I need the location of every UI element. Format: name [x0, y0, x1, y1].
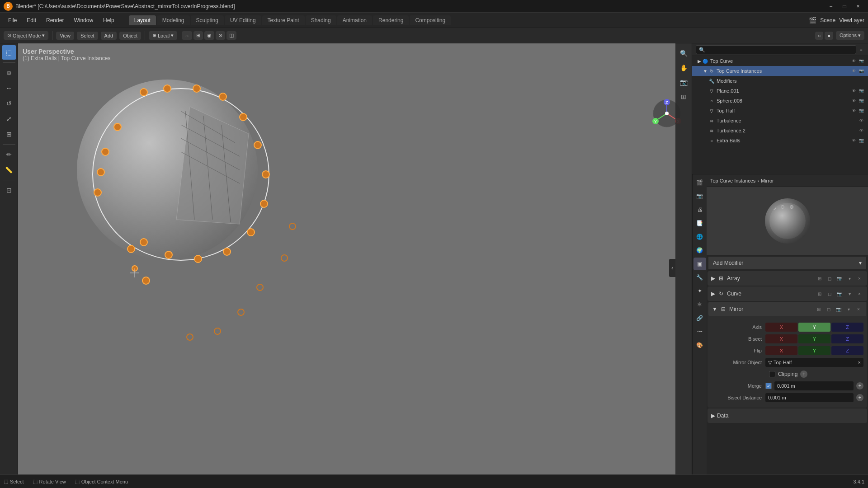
proportional-edit[interactable]: ◉	[204, 31, 214, 40]
workspace-tab-layout[interactable]: Layout	[129, 15, 156, 25]
workspace-tab-uv-editing[interactable]: UV Editing	[225, 15, 261, 25]
eye-icon[interactable]: 👁	[850, 137, 857, 144]
cursor-tool[interactable]: ⊕	[2, 66, 16, 80]
constraints-tab[interactable]: 🔗	[693, 312, 706, 324]
transform-selector[interactable]: ⊕ Local ▾	[149, 31, 177, 40]
minimize-button[interactable]: −	[825, 1, 837, 11]
camera-btn[interactable]: 📷	[677, 76, 690, 89]
add-menu[interactable]: Add	[101, 32, 117, 40]
eye-icon[interactable]: 👁	[850, 58, 857, 64]
xray-btn[interactable]: ◫	[226, 31, 236, 40]
workspace-tab-shading[interactable]: Shading	[306, 15, 336, 25]
outliner-item-modifiers[interactable]: 🔧 Modifiers	[692, 76, 868, 86]
menu-render[interactable]: Render	[42, 15, 68, 25]
physics-tab[interactable]: ⚛	[693, 298, 706, 311]
outliner-item-top-curve[interactable]: ▶ 🔵 Top Curve 👁 📷	[692, 56, 868, 66]
menu-file[interactable]: File	[4, 15, 21, 25]
select-menu[interactable]: Select	[77, 32, 98, 40]
zoom-in-btn[interactable]: 🔍	[677, 47, 690, 60]
clipping-plus[interactable]: +	[800, 371, 807, 378]
view-layer-tab[interactable]: 📑	[693, 217, 706, 230]
eye-icon[interactable]: 👁	[858, 127, 864, 134]
outliner-search-input[interactable]	[696, 45, 856, 54]
array-mod-render[interactable]: 📷	[835, 274, 844, 282]
mirror-mod-render[interactable]: 📷	[835, 305, 843, 313]
merge-checkbox[interactable]	[765, 383, 772, 389]
workspace-tab-rendering[interactable]: Rendering	[373, 15, 409, 25]
merge-value[interactable]: 0.001 m	[774, 381, 854, 390]
array-modifier-header[interactable]: ▶ ⊞ Array ⊞ ◻ 📷 ▾ ×	[708, 271, 867, 286]
material-tab[interactable]: 🎨	[693, 339, 706, 352]
merge-plus[interactable]: +	[856, 382, 863, 389]
curve-mod-toggle-1[interactable]: ⊞	[816, 290, 824, 298]
outliner-item-sphere[interactable]: ○ Sphere.008 👁 📷	[692, 96, 868, 106]
render-icon[interactable]: 📷	[858, 58, 864, 64]
curve-modifier-header[interactable]: ▶ ↻ Curve ⊞ ◻ 📷 ▾ ×	[708, 286, 867, 301]
mirror-mod-toggle-1[interactable]: ⊞	[815, 305, 823, 313]
render-icon[interactable]: 📷	[858, 98, 864, 104]
flip-z-button[interactable]: Z	[831, 346, 863, 355]
panel-toggle-btn[interactable]: ‹	[669, 259, 675, 277]
outliner-item-turbulence2[interactable]: ≋ Turbulence.2 👁	[692, 126, 868, 136]
canvas-area[interactable]	[18, 43, 692, 474]
eye-icon[interactable]: 👁	[850, 108, 857, 114]
array-mod-close[interactable]: ×	[855, 274, 863, 282]
snap-tool[interactable]: ⊞	[193, 31, 203, 40]
outliner-item-extra-balls[interactable]: ○ Extra Balls 👁 📷	[692, 136, 868, 145]
workspace-tab-sculpting[interactable]: Sculpting	[191, 15, 224, 25]
mirror-modifier-header[interactable]: ▼ ⊟ Mirror ⊞ ◻ 📷 ▾ ×	[708, 302, 866, 316]
object-menu[interactable]: Object	[119, 32, 141, 40]
workspace-tab-modeling[interactable]: Modeling	[157, 15, 190, 25]
scene-tab[interactable]: 🌐	[693, 230, 706, 243]
curve-mod-close[interactable]: ×	[855, 290, 863, 298]
array-mod-toggle-1[interactable]: ⊞	[816, 274, 824, 282]
modifier-tab[interactable]: 🔧	[693, 271, 706, 284]
curve-mod-more[interactable]: ▾	[845, 290, 854, 298]
rotate-tool-btn[interactable]: ↺	[2, 96, 16, 111]
outliner-item-top-curve-instances[interactable]: ▼ ↻ Top Curve Instances 👁 📷	[692, 66, 868, 76]
outliner-item-turbulence[interactable]: ≋ Turbulence 👁	[692, 116, 868, 126]
close-button[interactable]: ×	[852, 1, 864, 11]
mode-selector[interactable]: ⊙ Object Mode ▾	[4, 31, 48, 40]
workspace-tab-animation[interactable]: Animation	[337, 15, 372, 25]
overlay-btn[interactable]: ⊙	[216, 31, 225, 40]
flip-x-button[interactable]: X	[765, 346, 797, 355]
array-mod-toggle-2[interactable]: ◻	[826, 274, 834, 282]
menu-window[interactable]: Window	[69, 15, 98, 25]
viewport-display[interactable]: ○	[815, 32, 824, 40]
eye-icon[interactable]: 👁	[850, 98, 857, 104]
move-tool-btn[interactable]: ↔	[2, 81, 16, 95]
material-preview[interactable]: ●	[825, 32, 833, 40]
quad-view-btn[interactable]: ⊞	[677, 90, 690, 103]
array-mod-more[interactable]: ▾	[845, 274, 854, 282]
mirror-mod-more[interactable]: ▾	[844, 305, 853, 313]
world-tab[interactable]: 🌍	[693, 244, 706, 257]
transform-tool-btn[interactable]: ⊞	[2, 127, 16, 141]
render-icon[interactable]: 📷	[858, 137, 864, 144]
bisect-z-button[interactable]: Z	[831, 334, 863, 343]
add-modifier-button[interactable]: Add Modifier ▾	[708, 257, 866, 269]
outliner-filter-icon[interactable]: ≡	[858, 47, 864, 53]
view-menu[interactable]: View	[56, 32, 74, 40]
clipping-checkbox[interactable]	[769, 371, 775, 377]
mirror-mod-toggle-2[interactable]: ◻	[825, 305, 833, 313]
mirror-mod-close[interactable]: ×	[854, 305, 863, 313]
flip-y-button[interactable]: Y	[798, 346, 830, 355]
object-tab[interactable]: ▣	[693, 258, 706, 270]
data-section-header[interactable]: ▶ Data	[708, 408, 867, 423]
render-icon[interactable]: 📷	[858, 88, 864, 94]
render-icon[interactable]: 📷	[858, 108, 864, 114]
bisect-distance-value[interactable]: 0.001 m	[765, 393, 854, 402]
eye-icon[interactable]: 👁	[850, 88, 857, 94]
bisect-distance-plus[interactable]: +	[856, 394, 863, 401]
eye-icon[interactable]: 👁	[850, 68, 857, 74]
scene-props-tab[interactable]: 🎬	[693, 176, 706, 189]
axis-z-button[interactable]: Z	[831, 323, 863, 332]
output-props-tab[interactable]: 🖨	[693, 203, 706, 216]
select-tool[interactable]: ⬚	[2, 45, 16, 60]
pan-btn[interactable]: ✋	[677, 61, 690, 74]
particles-tab[interactable]: ✦	[693, 285, 706, 297]
maximize-button[interactable]: □	[838, 1, 851, 11]
mirror-object-clear[interactable]: ×	[858, 360, 861, 365]
move-tool[interactable]: ↔	[182, 31, 192, 40]
